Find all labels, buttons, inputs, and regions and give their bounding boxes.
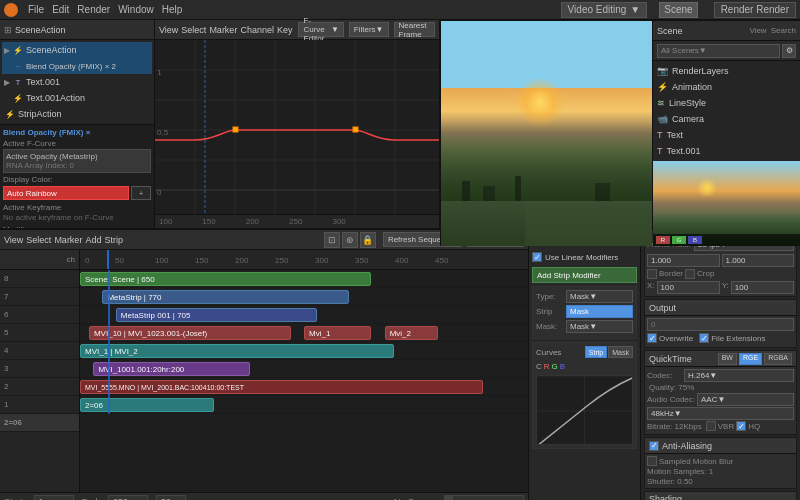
motion-blur-check[interactable] <box>647 456 657 466</box>
add-strip-modifier-btn[interactable]: Add Strip Modifier <box>532 267 637 283</box>
seq-marker-menu[interactable]: Marker <box>54 235 82 245</box>
strip-mvi2[interactable]: Mvi_2 <box>385 326 439 340</box>
main-viewport[interactable] <box>440 21 652 246</box>
tree-item-text001[interactable]: ▶ T Text.001 <box>2 74 152 90</box>
curve-preview[interactable] <box>536 375 633 445</box>
graph-key-menu[interactable]: Key <box>277 25 293 35</box>
x-dim-input[interactable]: 100 <box>657 281 720 294</box>
strip-mvi1001[interactable]: MVI_1001.001:20hr:200 <box>93 362 250 376</box>
mask-value-select[interactable]: Mask ▼ <box>566 320 633 333</box>
render-render-btn[interactable]: Render Render <box>714 2 796 18</box>
crop-checkbox[interactable] <box>685 269 695 279</box>
channel-r[interactable]: R <box>656 236 670 244</box>
frame-y-input[interactable]: 1.000 <box>722 254 795 267</box>
rge-btn[interactable]: RGE <box>739 353 762 365</box>
mode-selector[interactable]: Video Editing ▼ <box>561 2 648 18</box>
menu-render[interactable]: Render <box>77 4 110 15</box>
strip-mvi5555[interactable]: MVI_5555.MNO | MVI_2001.BAC:100410:00:TE… <box>80 380 483 394</box>
seq-lock-btn[interactable]: 🔒 <box>360 232 376 248</box>
menu-help[interactable]: Help <box>162 4 183 15</box>
strip-meta1[interactable]: MetaStrip | 770 <box>102 290 348 304</box>
tree-item-blend-opacity[interactable]: ~ Blend Opacity (FMIX) × 2 <box>2 58 152 74</box>
strip-type-btn[interactable]: Mask <box>566 305 633 318</box>
strip-mvi1-ch4[interactable]: MVI_1 | MVI_2 <box>80 344 394 358</box>
channel-b[interactable]: B <box>688 236 702 244</box>
codec-content: Codec: H.264 ▼ Quality: 75% Audio Codec:… <box>645 367 796 434</box>
scene-item-camera[interactable]: 📹 Camera <box>655 111 798 127</box>
menu-window[interactable]: Window <box>118 4 154 15</box>
menu-file[interactable]: File <box>28 4 44 15</box>
use-linear-check[interactable]: ✓ <box>532 252 542 262</box>
codec-select[interactable]: H.264 ▼ <box>684 369 794 382</box>
channel-g-btn[interactable]: G <box>552 362 558 371</box>
scene-item-linestyle[interactable]: ≋ LineStyle <box>655 95 798 111</box>
aa-header[interactable]: ✓ Anti-Aliasing <box>645 438 796 454</box>
frame-x-input[interactable]: 1.000 <box>647 254 720 267</box>
graph-channel-menu[interactable]: Channel <box>240 25 274 35</box>
file-ext-check[interactable]: ✓ <box>699 333 709 343</box>
scene-item-animation[interactable]: ⚡ Animation <box>655 79 798 95</box>
strip-mvi1[interactable]: Mvi_1 <box>304 326 371 340</box>
codec-header[interactable]: QuickTime BW RGE RGBA <box>645 351 796 367</box>
graph-marker-menu[interactable]: Marker <box>209 25 237 35</box>
playback-progress <box>444 495 524 501</box>
strip-ch1[interactable]: 2=06 <box>80 398 214 412</box>
scene-item-renderlayers[interactable]: 📷 RenderLayers <box>655 63 798 79</box>
modifier-type-select[interactable]: Mask ▼ <box>566 290 633 303</box>
output-path-input[interactable]: 0 <box>647 318 794 331</box>
tree-item-stripaction[interactable]: ⚡ StripAction <box>2 106 152 122</box>
start-frame-input[interactable]: 1 <box>34 495 74 501</box>
overwrite-check[interactable]: ✓ <box>647 333 657 343</box>
strip-meta2[interactable]: MetaStrip 001 | 705 <box>116 308 318 322</box>
scene-search-input[interactable]: All Scenes ▼ <box>657 44 780 58</box>
graph-view-menu[interactable]: View <box>159 25 178 35</box>
tree-item-text001action[interactable]: ⚡ Text.001Action <box>2 90 152 106</box>
strip-btn[interactable]: Strip <box>585 346 607 358</box>
seq-select-menu[interactable]: Select <box>26 235 51 245</box>
svg-text:300: 300 <box>315 256 329 265</box>
strip-scene[interactable]: Scene: Scene | 650 <box>80 272 371 286</box>
audio-codec-select[interactable]: AAC ▼ <box>697 393 794 406</box>
outliner-filter-btn[interactable]: ⚙ <box>782 44 796 58</box>
nearest-frame-btn[interactable]: Nearest Frame <box>394 22 435 37</box>
menu-edit[interactable]: Edit <box>52 4 69 15</box>
filters-btn[interactable]: Filters ▼ <box>349 22 389 37</box>
seq-strip-menu[interactable]: Strip <box>104 235 123 245</box>
auto-rainbow-btn[interactable]: Auto Rainbow <box>3 186 129 200</box>
channel-b-btn[interactable]: B <box>560 362 565 371</box>
border-checkbox[interactable] <box>647 269 657 279</box>
outliner-search-btn[interactable]: Search <box>771 26 796 35</box>
seq-view-menu[interactable]: View <box>4 235 23 245</box>
rgba-btn[interactable]: RGBA <box>764 353 792 365</box>
channel-g[interactable]: G <box>672 236 686 244</box>
channel-c-btn[interactable]: C <box>536 362 542 371</box>
seq-magnet-btn[interactable]: ⊛ <box>342 232 358 248</box>
mask-btn[interactable]: Mask <box>608 346 633 358</box>
seq-snap-btn[interactable]: ⊡ <box>324 232 340 248</box>
outliner-view-btn[interactable]: View <box>749 26 766 35</box>
output-section-header[interactable]: Output <box>645 300 796 316</box>
graph-select-menu[interactable]: Select <box>181 25 206 35</box>
scene-item-text001[interactable]: T Text.001 <box>655 143 798 159</box>
scene-item-text[interactable]: T Text <box>655 127 798 143</box>
scene-selector[interactable]: Scene <box>659 2 697 18</box>
bw-btn[interactable]: BW <box>718 353 737 365</box>
current-frame-display[interactable]: 50 <box>156 495 186 501</box>
seq-add-menu[interactable]: Add <box>85 235 101 245</box>
scene-items-list: 📷 RenderLayers ⚡ Animation ≋ LineStyle <box>653 61 800 161</box>
channel-r-btn[interactable]: R <box>544 362 550 371</box>
tree-item-sceneaction[interactable]: ▶ ⚡ SceneAction <box>2 42 152 58</box>
blend-opacity-label: Blend Opacity (FMIX) × <box>3 128 151 137</box>
hq-check[interactable]: ✓ <box>736 421 746 431</box>
color-swatch[interactable]: + <box>131 186 151 200</box>
graph-canvas[interactable]: 100 150 200 250 300 350 0 0.5 1 <box>155 40 439 214</box>
audio-hz-select[interactable]: 48kHz ▼ <box>647 407 794 420</box>
strip-mvi10[interactable]: MVI_10 | MVI_1023.001-(Josef) <box>89 326 291 340</box>
end-frame-input[interactable]: 650 <box>108 495 148 501</box>
fcurve-editor-mode[interactable]: F-Curve Editor ▼ <box>298 22 343 37</box>
no-sync-btn[interactable]: No Sync <box>394 497 428 501</box>
aa-check[interactable]: ✓ <box>649 441 659 451</box>
y-dim-input[interactable]: 100 <box>731 281 794 294</box>
vbr-check[interactable] <box>706 421 716 431</box>
shading-header[interactable]: Shading <box>644 491 797 500</box>
